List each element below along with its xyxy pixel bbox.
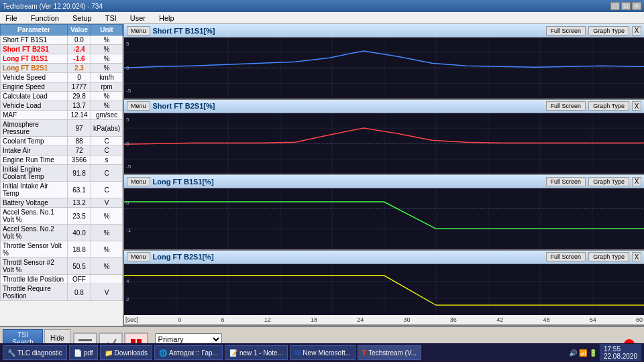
param-row-0[interactable]: Short FT B1S10.0% (1, 36, 123, 45)
x-label-60: 60 (636, 316, 643, 323)
param-row-10[interactable]: Coolant Temp88C (1, 137, 123, 146)
menu-function[interactable]: Function (28, 14, 62, 22)
taskbar-autodoc[interactable]: 🌐 Автодок :: Гар... (154, 345, 223, 360)
param-name-14: Initial Intake Air Temp (1, 182, 68, 198)
param-value-6: 29.8 (67, 92, 91, 101)
right-panel: Menu Short FT B1S1[%] Full Screen Graph … (124, 24, 644, 326)
param-row-13[interactable]: Initial Engine Coolant Temp91.8C (1, 165, 123, 182)
param-row-11[interactable]: Intake Air72C (1, 146, 123, 156)
param-name-20: Throttle Idle Position (1, 275, 68, 284)
param-name-6: Calculate Load (1, 92, 68, 101)
param-row-18[interactable]: Throttle Sensor Volt %18.8% (1, 241, 123, 258)
graph-3-header: Menu Long FT B1S1[%] Full Screen Graph T… (124, 175, 644, 188)
param-value-15: 13.2 (67, 198, 91, 208)
param-row-20[interactable]: Throttle Idle PositionOFF (1, 275, 123, 284)
param-row-17[interactable]: Accel Sens. No.2 Volt %40.0% (1, 225, 123, 241)
graph-2-fullscreen-btn[interactable]: Full Screen (546, 101, 586, 111)
taskbar-note[interactable]: 📝 new 1 - Note... (225, 345, 288, 360)
taskbar-downloads[interactable]: 📁 Downloads (100, 345, 152, 360)
param-unit-18: % (91, 241, 122, 258)
param-row-4[interactable]: Vehicle Speed0km/h (1, 73, 123, 82)
param-row-1[interactable]: Short FT B2S1-2.4% (1, 45, 123, 54)
param-value-2: -1.6 (67, 54, 91, 64)
param-unit-14: C (91, 182, 122, 198)
taskbar-tlc[interactable]: 🔧 TLC diagnostic (3, 345, 67, 360)
param-value-4: 0 (67, 73, 91, 82)
graph-2-type-btn[interactable]: Graph Type (588, 101, 629, 111)
graph-3-close-btn[interactable]: X (632, 177, 641, 186)
param-unit-6: % (91, 92, 122, 101)
graph-1-type-btn[interactable]: Graph Type (588, 26, 629, 36)
graph-4-menu-btn[interactable]: Menu (127, 252, 150, 261)
param-row-8[interactable]: MAF12.14gm/sec (1, 111, 123, 120)
param-row-2[interactable]: Long FT B1S1-1.6% (1, 54, 123, 64)
param-row-15[interactable]: Battery Voltage13.2V (1, 198, 123, 208)
param-name-1: Short FT B2S1 (1, 45, 68, 54)
param-row-21[interactable]: Throttle Require Position0.8V (1, 284, 123, 301)
param-value-18: 18.8 (67, 241, 91, 258)
graph-3-type-btn[interactable]: Graph Type (588, 177, 629, 186)
graph-4-fullscreen-btn[interactable]: Full Screen (546, 252, 586, 261)
menu-help[interactable]: Help (156, 14, 177, 22)
graph-1-fullscreen-btn[interactable]: Full Screen (546, 26, 586, 36)
close-btn[interactable]: × (632, 2, 641, 10)
graph-3-title: Long FT B1S1[%] (153, 178, 214, 186)
graph-2-area: 5 0 -5 (124, 113, 644, 174)
svg-text:-1: -1 (126, 227, 131, 233)
menu-user[interactable]: User (127, 14, 148, 22)
graph-1-menu-btn[interactable]: Menu (127, 26, 150, 36)
graph-3-fullscreen-btn[interactable]: Full Screen (546, 177, 586, 186)
param-row-5[interactable]: Engine Speed1777rpm (1, 82, 123, 92)
param-value-21: 0.8 (67, 284, 91, 301)
taskbar: 🔧 TLC diagnostic 📄 pdf 📁 Downloads 🌐 Авт… (0, 343, 644, 362)
param-unit-10: C (91, 137, 122, 146)
param-name-9: Atmosphere Pressure (1, 120, 68, 137)
x-label-36: 36 (450, 316, 457, 323)
param-name-21: Throttle Require Position (1, 284, 68, 301)
menu-file[interactable]: File (3, 14, 20, 22)
graph-2-close-btn[interactable]: X (632, 101, 641, 111)
x-label-0: 0 (178, 316, 181, 323)
param-name-0: Short FT B1S1 (1, 36, 68, 45)
window-controls: _ □ × (610, 2, 641, 10)
taskbar-techstream[interactable]: T Techstream (V... (358, 345, 421, 360)
maximize-btn[interactable]: □ (621, 2, 631, 10)
graph-4-type-btn[interactable]: Graph Type (588, 252, 629, 261)
param-name-4: Vehicle Speed (1, 73, 68, 82)
param-row-7[interactable]: Vehicle Load13.7% (1, 101, 123, 111)
param-value-20: OFF (67, 275, 91, 284)
main-container: Parameter Value Unit Short FT B1S10.0%Sh… (0, 24, 644, 326)
minimize-btn[interactable]: _ (610, 2, 620, 10)
graph-1-area: 5 0 -5 (124, 38, 644, 99)
param-row-6[interactable]: Calculate Load29.8% (1, 92, 123, 101)
taskbar-pdf[interactable]: 📄 pdf (69, 345, 98, 360)
graph-1-close-btn[interactable]: X (632, 26, 641, 36)
param-name-8: MAF (1, 111, 68, 120)
taskbar-word[interactable]: W New Microsoft... (290, 345, 356, 360)
param-row-9[interactable]: Atmosphere Pressure97kPa(abs) (1, 120, 123, 137)
menu-tsi[interactable]: TSI (103, 14, 119, 22)
svg-text:4: 4 (126, 278, 129, 284)
graph-3-menu-btn[interactable]: Menu (127, 177, 150, 186)
menu-setup[interactable]: Setup (70, 14, 95, 22)
param-unit-16: % (91, 208, 122, 225)
x-label-24: 24 (357, 316, 364, 323)
taskbar-clock: 17:55 22.08.2020 (600, 344, 641, 361)
param-row-16[interactable]: Accel Sens. No.1 Volt %23.5% (1, 208, 123, 225)
col-header-value: Value (67, 25, 91, 36)
param-row-14[interactable]: Initial Intake Air Temp63.1C (1, 182, 123, 198)
param-row-12[interactable]: Engine Run Time3566s (1, 156, 123, 165)
param-unit-4: km/h (91, 73, 122, 82)
graph-2-header: Menu Short FT B2S1[%] Full Screen Graph … (124, 100, 644, 113)
param-row-19[interactable]: Throttl Sensor #2 Volt %50.5% (1, 258, 123, 275)
graph-2-menu-btn[interactable]: Menu (127, 101, 150, 111)
param-row-3[interactable]: Long FT B2S12.3% (1, 64, 123, 73)
param-value-10: 88 (67, 137, 91, 146)
svg-text:-5: -5 (126, 88, 131, 95)
svg-text:2: 2 (126, 296, 129, 302)
x-label-sec: [sec] (125, 316, 138, 323)
param-name-10: Coolant Temp (1, 137, 68, 146)
graph-4-header: Menu Long FT B2S1[%] Full Screen Graph T… (124, 251, 644, 264)
param-value-12: 3566 (67, 156, 91, 165)
graph-4-close-btn[interactable]: X (632, 252, 641, 261)
